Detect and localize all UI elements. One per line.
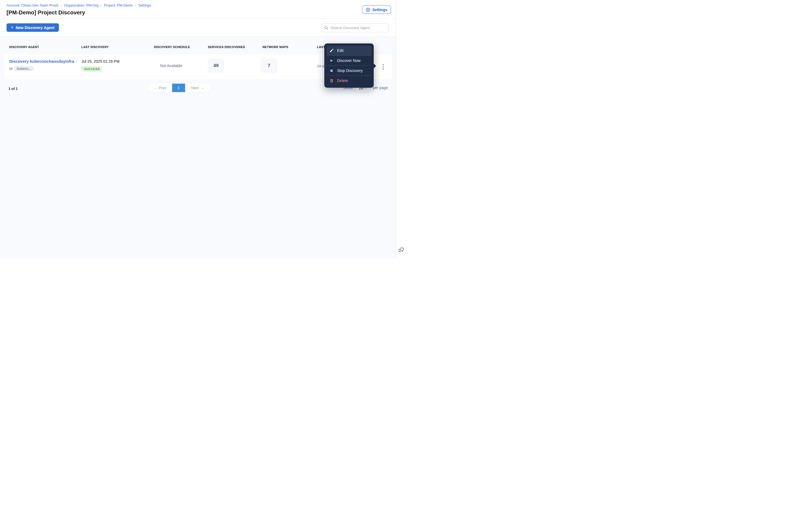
agent-name-link[interactable]: Discovery kubeconchaosdayinfra xyxy=(9,59,74,63)
header-divider xyxy=(0,19,396,19)
column-header-network-maps: NETWORK MAPS xyxy=(262,45,288,49)
agent-id: Id: kubeco... xyxy=(9,66,34,71)
column-header-discovery-agent: DISCOVERY AGENT xyxy=(9,45,39,49)
pagination-summary: 1 of 1 xyxy=(8,87,18,91)
new-discovery-agent-button[interactable]: + New Discovery Agent xyxy=(6,23,59,32)
breadcrumb: Account: Chaos Dev Team Prod2 › Organiza… xyxy=(6,3,151,7)
next-page-button[interactable]: Next → xyxy=(185,84,210,92)
right-arrow-icon: → xyxy=(200,86,204,90)
chat-support-icon[interactable] xyxy=(398,247,404,253)
status-badge: SUCCESS xyxy=(81,66,102,72)
breadcrumb-project[interactable]: Project: PM-Demo xyxy=(104,3,133,7)
agent-id-value[interactable]: kubeco... xyxy=(14,66,34,71)
next-label: Next xyxy=(191,86,199,90)
prev-label: Prev xyxy=(159,86,166,90)
menu-item-delete[interactable]: Delete xyxy=(326,76,372,85)
column-header-discovery-schedule: DISCOVERY SCHEDULE xyxy=(154,45,190,49)
breadcrumb-account[interactable]: Account: Chaos Dev Team Prod2 xyxy=(6,3,59,7)
settings-button-label: Settings xyxy=(372,8,387,12)
breadcrumb-organization[interactable]: Organization: PM-Org xyxy=(64,3,98,7)
page-number-active[interactable]: 1 xyxy=(172,84,185,92)
prev-page-button[interactable]: ← Prev xyxy=(148,84,172,92)
column-header-last-discovered: LAST xyxy=(317,45,325,49)
menu-item-stop-discovery[interactable]: Stop Discovery xyxy=(326,66,372,76)
last-discovery-date: Jul 25, 2025 01:29 PM xyxy=(81,59,119,63)
discovery-schedule-value: Not Available xyxy=(160,63,182,68)
page-title: [PM-Demo] Project Discovery xyxy=(6,9,85,16)
network-maps-count: 7 xyxy=(261,59,277,73)
row-context-menu: Edit Discover Now Stop Discovery Delete xyxy=(324,44,374,88)
per-page-label: per page xyxy=(373,85,388,90)
gear-icon xyxy=(366,7,371,12)
menu-item-edit[interactable]: Edit xyxy=(326,46,372,55)
pager: ← Prev 1 Next → xyxy=(148,84,210,92)
breadcrumb-separator-icon: › xyxy=(101,3,102,7)
settings-button[interactable]: Settings xyxy=(362,5,391,14)
menu-item-discover-now[interactable]: Discover Now xyxy=(326,56,372,65)
search-icon xyxy=(324,26,328,30)
right-side-rail xyxy=(396,0,406,258)
trash-icon xyxy=(329,79,334,83)
breadcrumb-settings[interactable]: Settings xyxy=(138,3,151,7)
menu-item-discover-now-label: Discover Now xyxy=(337,58,360,63)
row-kebab-menu-icon[interactable] xyxy=(379,61,387,72)
search-input[interactable] xyxy=(330,26,386,30)
menu-item-stop-discovery-label: Stop Discovery xyxy=(337,69,362,73)
project-discovery-page: Account: Chaos Dev Team Prod2 › Organiza… xyxy=(0,0,406,258)
menu-item-delete-label: Delete xyxy=(337,79,348,83)
column-header-services-discovered: SERVICES DISCOVERED xyxy=(208,45,245,49)
left-arrow-icon: ← xyxy=(153,86,157,90)
menu-item-edit-label: Edit xyxy=(337,48,344,53)
search-box xyxy=(321,23,389,32)
agent-id-label: Id: xyxy=(9,66,13,71)
plus-icon: + xyxy=(11,25,13,30)
play-icon xyxy=(329,58,334,63)
breadcrumb-separator-icon: › xyxy=(61,3,62,7)
breadcrumb-separator-icon: › xyxy=(135,3,136,7)
pen-icon xyxy=(329,48,334,53)
services-discovered-count: 49 xyxy=(208,59,224,73)
column-header-last-discovery: LAST DISCOVERY xyxy=(81,45,109,49)
new-discovery-agent-label: New Discovery Agent xyxy=(16,26,55,30)
stop-icon xyxy=(329,69,334,73)
